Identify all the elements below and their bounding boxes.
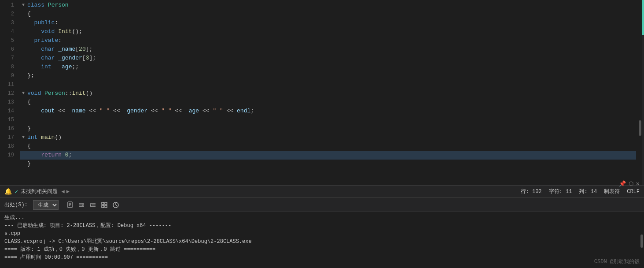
output-toolbar: 出处(S): 生成 bbox=[0, 198, 644, 212]
code-line: { bbox=[20, 10, 636, 19]
svg-rect-10 bbox=[102, 202, 104, 205]
panel-close-icon[interactable]: ✕ bbox=[636, 180, 640, 187]
output-row: 生成... --- 已启动生成: 项目: 2-28CLASS，配置: Debug… bbox=[0, 212, 644, 268]
fold-icon[interactable]: ▼ bbox=[20, 2, 26, 8]
wrap-output-icon[interactable] bbox=[77, 201, 86, 209]
output-line-6: ==== 占用时间 00:00.907 ========== bbox=[4, 253, 635, 261]
code-line bbox=[20, 80, 636, 89]
code-line: ▼ void Person::Init() bbox=[20, 89, 636, 98]
code-line: public: bbox=[20, 19, 636, 27]
output-content[interactable]: 生成... --- 已启动生成: 项目: 2-28CLASS，配置: Debug… bbox=[0, 212, 640, 268]
output-line-2: --- 已启动生成: 项目: 2-28CLASS，配置: Debug x64 -… bbox=[4, 222, 635, 230]
code-editor[interactable]: ▼ class Person { public: void Init(); pr… bbox=[17, 0, 636, 185]
clear-output-icon[interactable] bbox=[66, 201, 74, 209]
code-line: ▼ int main() bbox=[20, 133, 636, 142]
code-line: { bbox=[20, 98, 636, 107]
code-line-highlighted: return 0; bbox=[20, 151, 636, 160]
bell-icon[interactable]: 🔔 bbox=[4, 188, 12, 195]
code-line: } bbox=[20, 160, 636, 168]
output-line-4: CLASS.vcxproj -> C:\Users\羽北冥\source\rep… bbox=[4, 238, 635, 246]
check-icon: ✓ bbox=[15, 188, 18, 195]
code-line: ▼ class Person bbox=[20, 1, 636, 10]
problem-status-text: 未找到相关问题 bbox=[21, 188, 58, 195]
status-info: 行: 102 字符: 11 列: 14 制表符 CRLF bbox=[521, 188, 640, 195]
source-label: 出处(S): bbox=[4, 201, 28, 208]
code-line bbox=[20, 115, 636, 124]
output-toolbar-icons bbox=[66, 201, 120, 209]
tab-info[interactable]: 制表符 bbox=[604, 188, 620, 195]
problem-bar: 🔔 ✓ 未找到相关问题 ◀ ▶ 行: 102 字符: 11 列: 14 制表符 … bbox=[0, 185, 644, 197]
code-line: char _gender[3]; bbox=[20, 54, 636, 63]
code-line: void Init(); bbox=[20, 27, 636, 36]
col-info[interactable]: 列: 14 bbox=[579, 188, 597, 195]
editor-scrollbar[interactable] bbox=[636, 0, 642, 185]
line-numbers: 1 2 3 4 5 6 7 8 9 11 12 13 14 15 16 17 1… bbox=[0, 0, 17, 185]
fold-icon[interactable]: ▼ bbox=[20, 90, 26, 97]
code-line: cout << _name << " " << _gender << " " <… bbox=[20, 107, 636, 115]
svg-line-16 bbox=[116, 205, 117, 206]
code-line: { bbox=[20, 142, 636, 151]
panel-pin-icon[interactable]: 📌 bbox=[619, 180, 626, 187]
output-line-5: ==== 版本: 1 成功，0 失败，0 更新，0 跳过 ========== bbox=[4, 246, 635, 253]
output-panel: 📌 ⬡ ✕ 出处(S): 生成 bbox=[0, 197, 644, 268]
char-info[interactable]: 字符: 11 bbox=[549, 188, 572, 195]
output-scrollbar[interactable] bbox=[640, 212, 644, 268]
output-line-1: 生成... bbox=[4, 214, 635, 222]
csdn-watermark: CSDN @别动我的饭 bbox=[594, 258, 640, 265]
problem-bar-left: 🔔 ✓ 未找到相关问题 bbox=[4, 188, 58, 195]
nav-arrows: ◀ ▶ bbox=[61, 188, 69, 195]
svg-rect-13 bbox=[105, 205, 107, 208]
encoding-info[interactable]: CRLF bbox=[627, 189, 640, 195]
code-line: }; bbox=[20, 71, 636, 80]
indent-output-icon[interactable] bbox=[88, 201, 97, 209]
output-source-select[interactable]: 生成 bbox=[33, 200, 59, 210]
output-line-3: s.cpp bbox=[4, 230, 635, 238]
line-info[interactable]: 行: 102 bbox=[521, 188, 542, 195]
nav-right-icon[interactable]: ▶ bbox=[66, 188, 70, 195]
change-indicator-bar bbox=[642, 0, 644, 185]
code-line: } bbox=[20, 124, 636, 133]
code-line: private: bbox=[20, 36, 636, 45]
code-line: char _name[20]; bbox=[20, 45, 636, 54]
clock-icon[interactable] bbox=[111, 201, 120, 209]
fold-icon[interactable]: ▼ bbox=[20, 134, 26, 141]
code-line: int _age;; bbox=[20, 63, 636, 71]
format-icon[interactable] bbox=[100, 201, 109, 209]
editor-area: 1 2 3 4 5 6 7 8 9 11 12 13 14 15 16 17 1… bbox=[0, 0, 644, 185]
panel-popout-icon[interactable]: ⬡ bbox=[629, 180, 633, 187]
panel-controls: 📌 ⬡ ✕ bbox=[619, 180, 640, 187]
svg-rect-12 bbox=[102, 205, 104, 208]
nav-left-icon[interactable]: ◀ bbox=[61, 188, 64, 195]
svg-rect-11 bbox=[105, 202, 107, 205]
